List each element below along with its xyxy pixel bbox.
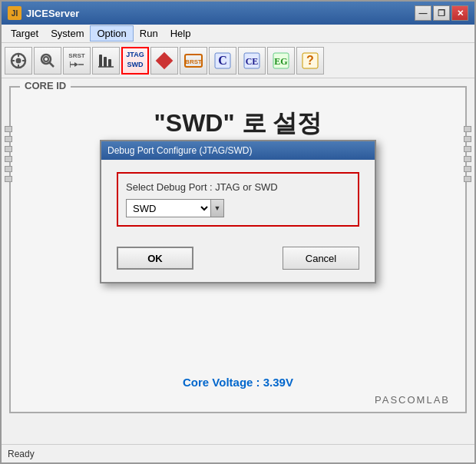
main-window: JI JICEServer — ❐ ✕ Target System Option… [0,0,476,464]
toolbar-help-btn[interactable]: ? [296,47,324,75]
svg-line-8 [50,62,55,67]
svg-text:BRST: BRST [185,58,202,65]
title-bar: JI JICEServer — ❐ ✕ [2,2,474,25]
app-icon: JI [8,6,21,20]
toolbar-brst-btn[interactable]: BRST [180,47,207,75]
svg-marker-10 [74,62,78,67]
ok-label: OK [147,253,163,264]
toolbar-srst-btn[interactable]: SRST [63,47,91,75]
toolbar-jtag-swd-btn[interactable]: JTAG SWD [121,47,149,75]
svg-text:EG: EG [274,56,287,67]
svg-text:?: ? [306,54,314,67]
port-select-wrapper: JTAG SWD ▼ [126,199,350,217]
select-label: Select Debug Port : JTAG or SWD [126,181,350,193]
menu-system[interactable]: System [45,26,90,41]
menu-target[interactable]: Target [5,26,45,41]
svg-point-6 [41,55,51,64]
toolbar-search-btn[interactable] [34,47,61,75]
select-group: Select Debug Port : JTAG or SWD JTAG SWD… [117,172,359,227]
dialog-buttons: OK Cancel [101,239,375,282]
svg-text:CE: CE [246,56,259,67]
status-bar: Ready [2,444,474,462]
jtag-label: JTAG [126,51,144,60]
minimize-button[interactable]: — [415,5,431,21]
dialog-title-bar: Debug Port Configure (JTAG/SWD) [101,141,375,160]
svg-rect-15 [108,59,111,67]
srst-label: SRST [68,52,84,60]
svg-rect-14 [104,57,107,67]
window-title: JICEServer [26,8,415,19]
dropdown-arrow-icon[interactable]: ▼ [210,199,224,217]
toolbar-ce-btn[interactable]: CE [238,47,266,75]
ok-button[interactable]: OK [117,247,193,270]
svg-point-7 [44,57,48,61]
svg-point-1 [16,58,21,63]
cancel-button[interactable]: Cancel [283,247,359,270]
dialog-overlay: Debug Port Configure (JTAG/SWD) Select D… [2,78,474,444]
toolbar-target-btn[interactable] [5,47,32,75]
close-button[interactable]: ✕ [451,5,468,21]
cancel-label: Cancel [306,253,336,264]
window-controls: — ❐ ✕ [415,5,468,21]
svg-rect-13 [99,55,102,67]
toolbar-eg-btn[interactable]: EG [267,47,295,75]
menu-help[interactable]: Help [164,26,197,41]
app-icon-text: JI [12,9,18,18]
toolbar: SRST JTA [2,43,474,78]
swd-label: SWD [127,61,144,70]
toolbar-c-btn[interactable]: C [209,47,236,75]
dialog-debug-port: Debug Port Configure (JTAG/SWD) Select D… [100,140,376,283]
menu-run[interactable]: Run [134,26,164,41]
status-text: Ready [8,449,35,459]
menu-bar: Target System Option Run Help [2,25,474,43]
restore-button[interactable]: ❐ [433,5,450,21]
port-select[interactable]: JTAG SWD [126,199,210,217]
dialog-body: Select Debug Port : JTAG or SWD JTAG SWD… [101,160,375,239]
dialog-title: Debug Port Configure (JTAG/SWD) [107,145,253,156]
toolbar-diamond-btn[interactable] [150,47,178,75]
toolbar-bars-btn[interactable] [92,47,120,75]
menu-option[interactable]: Option [90,25,133,41]
svg-text:C: C [218,54,227,67]
content-area: CORE ID "SWD" 로 설정 C [2,78,474,444]
